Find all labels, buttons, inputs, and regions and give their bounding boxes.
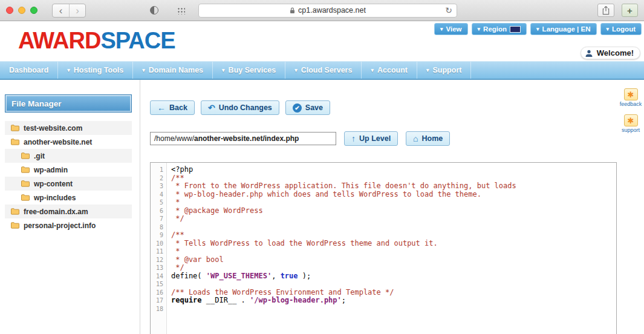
folder-label: .git bbox=[34, 152, 45, 160]
folder-item-wp-includes[interactable]: wp-includes bbox=[5, 191, 132, 205]
code-segment-comment: * bbox=[171, 247, 180, 255]
top-button-language[interactable]: ▾Language | EN bbox=[530, 23, 596, 35]
nav-item-label: Buy Services bbox=[229, 66, 276, 74]
top-button-view[interactable]: ▾View bbox=[434, 23, 468, 35]
undo-changes-button[interactable]: ↶ Undo Changes bbox=[201, 100, 279, 115]
file-path-input[interactable]: /home/www/another-website.net/index.php bbox=[150, 132, 336, 145]
close-window-button[interactable] bbox=[6, 7, 13, 14]
side-badges: ✱feedback✱support bbox=[619, 88, 642, 133]
save-button[interactable]: ✔ Save bbox=[285, 100, 330, 115]
caret-down-icon: ▾ bbox=[536, 26, 539, 32]
line-number: 17 bbox=[151, 296, 166, 305]
minimize-window-button[interactable] bbox=[18, 7, 25, 14]
path-file: another-website.net/index.php bbox=[194, 134, 299, 143]
line-number: 1 bbox=[151, 166, 166, 174]
folder-item-wp-content[interactable]: wp-content bbox=[5, 177, 132, 191]
code-line: define( 'WP_USE_THEMES', true ); bbox=[171, 272, 616, 281]
top-action-buttons: ▾View▾Region▾Language | EN▾Logout bbox=[434, 23, 642, 35]
back-button-label: Back bbox=[169, 103, 187, 112]
folder-icon bbox=[11, 125, 19, 131]
home-button-label: Home bbox=[422, 134, 443, 143]
top-button-logout[interactable]: ▾Logout bbox=[600, 23, 642, 35]
home-button[interactable]: ⌂ Home bbox=[406, 131, 450, 146]
logo-part-space: SPACE bbox=[100, 28, 175, 53]
window-controls bbox=[6, 7, 37, 14]
content-blocker-icon[interactable] bbox=[150, 6, 158, 15]
folder-item-free-domain-dx-am[interactable]: free-domain.dx.am bbox=[5, 205, 132, 218]
line-number: 11 bbox=[151, 247, 166, 256]
save-check-icon: ✔ bbox=[293, 103, 302, 113]
nav-item-account[interactable]: ▾Account bbox=[362, 62, 417, 79]
support-badge[interactable]: ✱support bbox=[622, 114, 640, 133]
favorites-grid-icon[interactable] bbox=[177, 7, 185, 15]
back-arrow-icon: ← bbox=[157, 103, 166, 112]
file-manager-sidebar: File Manager test-website.comanother-web… bbox=[5, 94, 132, 334]
folder-item-wp-admin[interactable]: wp-admin bbox=[5, 163, 132, 177]
folder-label: wp-includes bbox=[34, 194, 76, 202]
code-segment-comment: /** bbox=[171, 231, 184, 239]
save-button-label: Save bbox=[305, 103, 323, 112]
line-number: 16 bbox=[151, 289, 166, 297]
code-line: * Front to the WordPress application. Th… bbox=[171, 182, 616, 191]
code-editor-area[interactable]: <?php/** * Front to the WordPress applic… bbox=[167, 163, 616, 334]
back-button[interactable]: ‹ bbox=[53, 4, 69, 17]
zoom-window-button[interactable] bbox=[30, 7, 37, 14]
code-segment-plain: ; bbox=[342, 296, 346, 304]
new-tab-button[interactable]: + bbox=[622, 4, 638, 17]
nav-item-label: Hosting Tools bbox=[74, 66, 123, 74]
folder-label: wp-content bbox=[34, 180, 73, 188]
code-line: */ bbox=[171, 264, 616, 272]
line-number: 2 bbox=[151, 174, 166, 183]
nav-item-hosting-tools[interactable]: ▾Hosting Tools bbox=[58, 62, 133, 79]
share-button[interactable] bbox=[597, 4, 614, 17]
folder-label: wp-admin bbox=[34, 166, 68, 174]
top-button-region[interactable]: ▾Region bbox=[472, 23, 527, 35]
forward-button[interactable]: › bbox=[69, 4, 85, 17]
feedback-badge[interactable]: ✱feedback bbox=[620, 88, 642, 107]
folder-item-test-website-com[interactable]: test-website.com bbox=[5, 121, 132, 135]
line-number: 7 bbox=[151, 215, 166, 223]
caret-down-icon: ▾ bbox=[67, 67, 70, 73]
nav-item-support[interactable]: ▾Support bbox=[417, 62, 471, 79]
nav-item-cloud-servers[interactable]: ▾Cloud Servers bbox=[285, 62, 362, 79]
up-level-button[interactable]: ↑ Up Level bbox=[344, 131, 398, 146]
folder-list: test-website.comanother-website.net.gitw… bbox=[5, 121, 132, 232]
support-star-icon: ✱ bbox=[624, 114, 638, 126]
browser-chrome: ‹ › cp1.awardspace.net ↻ + bbox=[0, 0, 644, 21]
code-segment-comment: * @package WordPress bbox=[171, 206, 263, 215]
support-label: support bbox=[622, 127, 640, 133]
code-line: require __DIR__ . '/wp-blog-header.php'; bbox=[171, 296, 616, 305]
folder-icon bbox=[11, 208, 19, 215]
folder-item-personal-project-info[interactable]: personal-project.info bbox=[5, 218, 132, 232]
folder-icon bbox=[21, 194, 30, 201]
nav-item-buy-services[interactable]: ▾Buy Services bbox=[213, 62, 285, 79]
code-segment-comment: /** bbox=[171, 174, 184, 182]
code-segment-plain: ); bbox=[298, 272, 311, 280]
address-bar[interactable]: cp1.awardspace.net ↻ bbox=[198, 4, 457, 18]
folder-item-another-website-net[interactable]: another-website.net bbox=[5, 135, 132, 149]
nav-item-dashboard[interactable]: Dashboard bbox=[0, 62, 58, 79]
feedback-label: feedback bbox=[620, 101, 642, 107]
line-number: 15 bbox=[151, 280, 166, 289]
folder-item-git[interactable]: .git bbox=[5, 149, 132, 163]
code-line: <?php bbox=[171, 166, 616, 174]
code-line bbox=[171, 223, 616, 232]
file-manager-title: File Manager bbox=[5, 94, 132, 113]
back-button-editor[interactable]: ← Back bbox=[150, 100, 195, 115]
refresh-icon[interactable]: ↻ bbox=[445, 5, 452, 15]
code-segment-comment: * bbox=[171, 198, 180, 206]
code-segment-comment: */ bbox=[171, 214, 184, 223]
code-segment-comment: * wp-blog-header.php which does and tell… bbox=[171, 190, 481, 198]
code-segment-comment: * Front to the WordPress application. Th… bbox=[171, 182, 516, 190]
line-number: 12 bbox=[151, 256, 166, 264]
folder-icon bbox=[11, 139, 19, 145]
nav-item-label: Support bbox=[433, 66, 462, 74]
code-segment-comment: * Tells WordPress to load the WordPress … bbox=[171, 239, 438, 247]
nav-item-domain-names[interactable]: ▾Domain Names bbox=[133, 62, 213, 79]
awardspace-logo: AWARDSPACE bbox=[18, 28, 175, 54]
undo-icon: ↶ bbox=[208, 103, 215, 112]
code-segment-bool: true bbox=[281, 272, 298, 280]
caret-down-icon: ▾ bbox=[222, 67, 225, 73]
code-line: * bbox=[171, 247, 616, 256]
line-number: 9 bbox=[151, 231, 166, 240]
